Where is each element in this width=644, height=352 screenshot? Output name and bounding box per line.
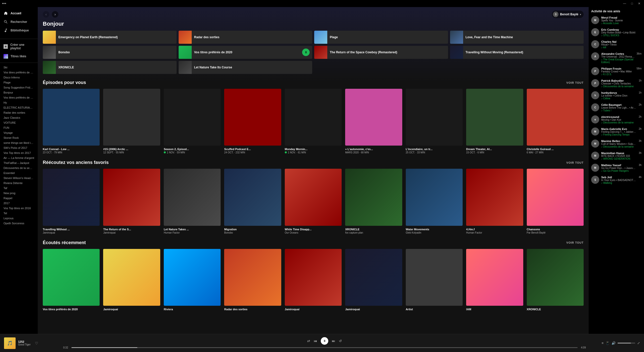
quick-access-item[interactable]: Emergency on Planet Earth (Remastered) ▶	[43, 31, 177, 44]
sidebar-playlist-item[interactable]: Bonjour	[4, 90, 34, 95]
quick-access-item[interactable]: Radar des sorties ▶	[179, 31, 312, 44]
recent-card[interactable]: ▶ Artist	[406, 249, 463, 311]
play-pause-button[interactable]: ⏸	[321, 337, 328, 345]
friend-item[interactable]: P Patrick Baleydier Cheesier • Chric Ten…	[591, 79, 641, 88]
friend-item[interactable]: C Charles Nal Ritual • Tiësto ♪ kill	[591, 40, 641, 49]
sidebar-playlist-item[interactable]: Tel	[4, 211, 34, 216]
episodes-voir-tout[interactable]: VOIR TOUT	[566, 81, 584, 84]
sidebar-playlist-item[interactable]: Riviera Détente	[4, 181, 34, 186]
recent-card[interactable]: ▶ XRONICLE	[527, 249, 584, 311]
friend-item[interactable]: e electricsound Moving • Dan Kye ♪ Décou…	[591, 115, 641, 124]
sidebar-playlist-item[interactable]: some things we liked in 2017	[4, 140, 34, 145]
player-heart-button[interactable]: ♡	[35, 341, 38, 345]
quick-access-item[interactable]: Let Nature Take Its Course ▶	[179, 61, 312, 74]
user-pill[interactable]: B Benoit Baylé ▾	[552, 11, 584, 18]
sidebar-liked-songs[interactable]: ♥ Titres likés	[0, 52, 38, 61]
sidebar-playlist-item[interactable]: VOITURE	[4, 120, 34, 125]
episode-card[interactable]: ▶ Scuffed Podcast E... 24 OCT. · 232 MIN	[224, 89, 281, 154]
episode-card[interactable]: ▶ #15 (2006) Arctic ... 12 SEPT. · 55 MI…	[103, 89, 160, 154]
devices-button[interactable]: 📱	[606, 341, 610, 345]
sidebar-playlist-item[interactable]: Leprous	[4, 216, 34, 221]
volume-icon[interactable]: 🔊	[612, 341, 616, 345]
sidebar-playlist-item[interactable]: Voyage	[4, 130, 34, 135]
sidebar-playlist-item[interactable]: Jazz Classics	[4, 115, 34, 120]
friend-item[interactable]: C Célie Baumgart Leave Before The Ligh..…	[591, 103, 641, 112]
topbar-menu-dots[interactable]: •••	[2, 1, 6, 6]
friend-item[interactable]: E Eric Cambray Dirty Rotten Boldt • Limp…	[591, 28, 641, 37]
sidebar-playlist-item[interactable]: 2017	[4, 201, 34, 206]
episode-card[interactable]: ▶ Monday Mornin... 1 NOV. · 61 MIN	[285, 89, 342, 154]
album-card[interactable]: ▶ Water Movements Gleb Kolyadin	[406, 169, 463, 234]
sidebar-playlist-item[interactable]: Steven Wilson's Headphone ...	[4, 175, 34, 181]
prev-button[interactable]: ⏮	[314, 339, 317, 343]
nav-back-button[interactable]: ‹	[43, 11, 49, 18]
quick-play-button[interactable]: ⏸	[302, 49, 310, 56]
episode-card[interactable]: ▶ « L'autonomie, c'es... MARS 2020 · 68 …	[345, 89, 402, 154]
next-button[interactable]: ⏭	[332, 339, 335, 343]
album-card[interactable]: ▶ Migration Bonobo	[224, 169, 281, 234]
sidebar-playlist-item[interactable]: Vos titres préférés de 2...	[4, 70, 34, 75]
sidebar-create-playlist[interactable]: + Créer une playlist	[0, 41, 38, 52]
quick-access-item[interactable]: Love, Fear and the Time Machine ▶	[450, 31, 584, 44]
episode-card[interactable]: ▶ L'incendiaire, un tr... 25 OCT. · 33 M…	[406, 89, 463, 154]
fullscreen-button[interactable]: ⤢	[637, 341, 640, 345]
sidebar-playlist-item[interactable]: Découvertes de la semaine	[4, 165, 34, 170]
sidebar-playlist-item[interactable]: Vos titres préférés de 2019	[4, 95, 34, 100]
sidebar-playlist-item[interactable]: FUN	[4, 125, 34, 130]
sidebar-playlist-item[interactable]: Hy	[4, 100, 34, 105]
minimize-button[interactable]: —	[622, 1, 628, 6]
sidebar-playlist-item[interactable]: Disco Inferno	[4, 75, 34, 80]
sidebar-playlist-item[interactable]: Radar des sorties	[4, 110, 34, 115]
quick-access-item[interactable]: The Return of the Space Cowboy (Remaster…	[314, 46, 448, 59]
friend-item[interactable]: M Maximilian Haase BITE BACK • FEVER 333…	[591, 152, 641, 160]
recent-card[interactable]: ▶ Radar des sorties	[224, 249, 281, 311]
sidebar-playlist-item[interactable]: Vos Top titres en 2016	[4, 206, 34, 211]
quick-access-item[interactable]: Bonobo ▶	[43, 46, 177, 59]
episode-card[interactable]: ▶ Season 2, Episod... 1 NOV. · 59 MIN	[164, 89, 221, 154]
friend-item[interactable]: P Philippe Frouin Fantasy Crowd • Mac Mi…	[591, 67, 641, 76]
sidebar-playlist-item[interactable]: Plage	[4, 80, 34, 85]
quick-access-item[interactable]: Vos titres préférés de 2020 ⏸	[179, 46, 312, 59]
sidebar-playlist-item[interactable]: Opeth Sorceress	[4, 221, 34, 226]
sidebar-playlist-item[interactable]: New prog	[4, 191, 34, 196]
repeat-button[interactable]: ↺	[339, 339, 342, 343]
album-card[interactable]: ▶ Let Nature Takes ... Human Factor	[164, 169, 221, 234]
episode-card[interactable]: ▶ Karl Conrad - Lew ... 23 OCT. · 79 MIN	[43, 89, 100, 154]
sidebar-item-search[interactable]: Rechercher	[0, 18, 38, 26]
sidebar-item-home[interactable]: Accueil	[0, 9, 38, 18]
quick-access-item[interactable]: Plage ▶	[314, 31, 448, 44]
friend-item[interactable]: h hunkydorus La toilette • Céline Dion ♪…	[591, 91, 641, 100]
shuffle-button[interactable]: ⇄	[307, 339, 310, 343]
album-card[interactable]: ▶ While Time Disapp... Our Oceans	[285, 169, 342, 234]
friend-item[interactable]: M Meryl Frezal Spells You · Sunnie ♪ Aco…	[591, 16, 641, 25]
queue-button[interactable]: ≡	[601, 341, 603, 345]
recent-card[interactable]: ▶ Jamiroquai	[285, 249, 342, 311]
maximize-button[interactable]: □	[630, 1, 634, 6]
sidebar-playlist-item[interactable]: Rappel	[4, 196, 34, 201]
quick-access-item[interactable]: XRONICLE ▶	[43, 61, 177, 74]
quick-access-item[interactable]: Travelling Without Moving (Remastered) ▶	[450, 46, 584, 59]
sidebar-playlist-item[interactable]: TheFatRat – Jackpot	[4, 160, 34, 165]
friend-item[interactable]: M Marie-Gabrielle Evn Feeling Dancing T.…	[591, 127, 641, 136]
sidebar-playlist-item[interactable]: Ski	[4, 65, 34, 70]
recent-card[interactable]: ▶ Jamiroquai	[345, 249, 402, 311]
sidebar-playlist-item[interactable]: ELECTRIC ASTURIAS-TRINI...	[4, 105, 34, 110]
sidebar-playlist-item[interactable]: Vos Top titres en 2017	[4, 150, 34, 155]
album-card[interactable]: ▶ XRONICLE fox capture plan	[345, 169, 402, 234]
sidebar-playlist-item[interactable]: Stoner Rock	[4, 135, 34, 140]
friend-item[interactable]: M Maxime Bellec Cult of Starry Wisdom • …	[591, 140, 641, 148]
friend-item[interactable]: S Seb Jntl In Your Eyes • BADSADNOTGOOD …	[591, 176, 641, 184]
friend-item[interactable]: M Mathieu Yassef Go Go Power Ran... • Ja…	[591, 164, 641, 172]
progress-bar[interactable]	[71, 347, 578, 348]
recent-card[interactable]: ▶ IAM	[466, 249, 523, 311]
sidebar-playlist-item[interactable]: SW's Picks of 2017	[4, 145, 34, 150]
sidebar-playlist-item[interactable]: Taf	[4, 186, 34, 191]
album-card[interactable]: ▶ Chansons Par Benoît Baylé	[527, 169, 584, 234]
ecoutes-voir-tout[interactable]: VOIR TOUT	[566, 241, 584, 244]
volume-bar[interactable]	[618, 343, 635, 343]
nav-forward-button[interactable]: ›	[52, 11, 58, 18]
episode-card[interactable]: ▶ Dream Theater, Al... 15 OCT. · 6 MIN	[466, 89, 523, 154]
episode-card[interactable]: ▶ Christelle Guiraud ... 6 MAI · 27 MIN	[527, 89, 584, 154]
recent-card[interactable]: ▶ Vos titres préférés de 2020	[43, 249, 100, 311]
close-button[interactable]: ✕	[636, 1, 642, 6]
